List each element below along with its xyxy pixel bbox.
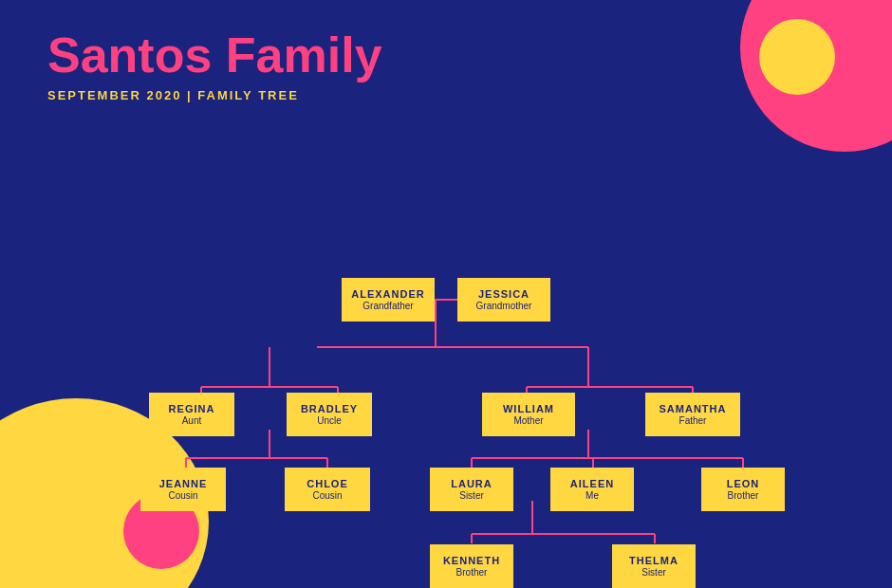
- nodes-layer: ALEXANDER Grandfather JESSICA Grandmothe…: [0, 112, 892, 548]
- node-thelma: THELMA Sister: [612, 544, 696, 588]
- node-regina: REGINA Aunt: [149, 393, 234, 436]
- node-william: WILLIAM Mother: [482, 393, 575, 436]
- node-alexander: ALEXANDER Grandfather: [342, 278, 435, 322]
- node-leon: LEON Brother: [701, 468, 785, 511]
- node-chloe: CHLOE Cousin: [285, 468, 370, 511]
- page-title: Santos Family: [47, 28, 845, 83]
- page-subtitle: SEPTEMBER 2020 | FAMILY TREE: [47, 88, 845, 102]
- node-jessica: JESSICA Grandmother: [457, 278, 550, 322]
- node-samantha: SAMANTHA Father: [645, 393, 740, 436]
- node-bradley: BRADLEY Uncle: [287, 393, 372, 436]
- header: Santos Family SEPTEMBER 2020 | FAMILY TR…: [0, 0, 892, 102]
- node-aileen: AILEEN Me: [550, 468, 634, 511]
- node-kenneth: KENNETH Brother: [430, 544, 513, 588]
- node-laura: LAURA Sister: [430, 468, 513, 511]
- node-jeanne: JEANNE Cousin: [140, 468, 226, 511]
- family-tree: ALEXANDER Grandfather JESSICA Grandmothe…: [0, 112, 892, 548]
